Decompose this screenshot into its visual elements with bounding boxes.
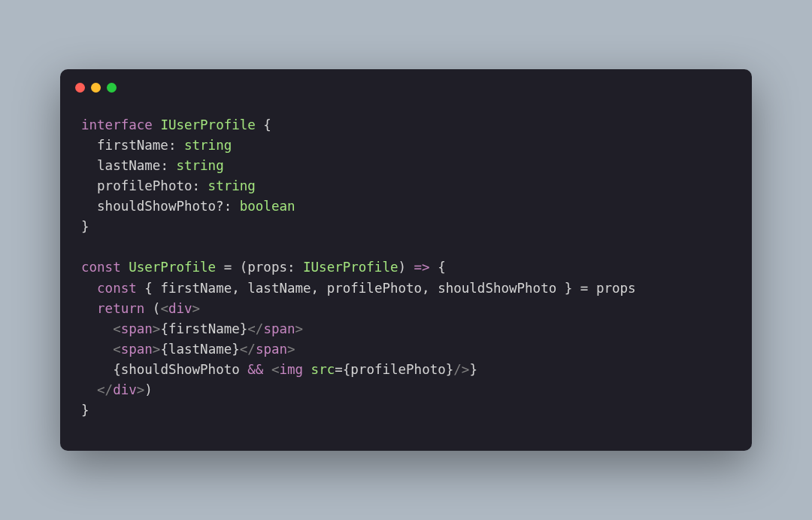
property: firstName: [97, 138, 168, 153]
identifier: props: [596, 281, 636, 296]
tag-close: >: [153, 321, 161, 336]
paren: (: [153, 301, 161, 316]
indent: [81, 178, 97, 193]
identifier: profilePhoto: [327, 281, 422, 296]
tag: span: [256, 342, 287, 357]
tag-open: </: [97, 382, 113, 397]
tag-open: <: [271, 362, 280, 377]
brace: }: [556, 281, 580, 296]
colon: :: [192, 178, 208, 193]
indent: [81, 321, 113, 336]
equals: =: [580, 281, 596, 296]
colon: :: [287, 260, 303, 275]
attribute: src: [311, 362, 335, 377]
property: lastName: [97, 158, 160, 173]
tag: span: [121, 342, 153, 357]
type: boolean: [240, 199, 295, 214]
paren: ): [144, 382, 153, 397]
code-editor[interactable]: interface IUserProfile { firstName: stri…: [60, 100, 752, 452]
expression: firstName: [168, 321, 240, 336]
tag-close: >: [295, 321, 304, 336]
const-name: UserProfile: [121, 260, 224, 275]
brace: {: [144, 281, 160, 296]
expression: profilePhoto: [350, 362, 445, 377]
tag-close: >: [287, 342, 295, 357]
jsx-brace: }: [469, 362, 477, 377]
indent: [81, 138, 97, 153]
tag-open: <: [113, 342, 121, 357]
param: props: [247, 260, 287, 275]
keyword: interface: [81, 117, 153, 132]
comma: ,: [422, 281, 438, 296]
colon: :: [224, 199, 240, 214]
brace: {: [430, 260, 446, 275]
comma: ,: [232, 281, 247, 296]
operator: &&: [247, 362, 263, 377]
brace: }: [81, 403, 89, 418]
identifier: firstName: [160, 281, 232, 296]
expression: shouldShowPhoto: [121, 362, 248, 377]
space: [303, 362, 311, 377]
brace: {: [256, 117, 271, 132]
indent: [81, 301, 97, 316]
slash: /: [453, 362, 462, 377]
tag: span: [263, 321, 295, 336]
type-name: IUserProfile: [160, 117, 255, 132]
property: shouldShowPhoto?: [97, 199, 224, 214]
indent: [81, 382, 97, 397]
tag-open: </: [247, 321, 263, 336]
space: [144, 301, 153, 316]
expression: lastName: [168, 342, 232, 357]
tag-close: >: [192, 301, 201, 316]
close-icon[interactable]: [75, 83, 85, 93]
equals: =: [224, 260, 240, 275]
brace: }: [81, 219, 89, 234]
comma: ,: [311, 281, 327, 296]
minimize-icon[interactable]: [91, 83, 101, 93]
tag-close: >: [137, 382, 145, 397]
jsx-brace: {: [343, 362, 351, 377]
tag-open: <: [160, 301, 168, 316]
equals: =: [335, 362, 343, 377]
space: [137, 281, 145, 296]
jsx-brace: }: [446, 362, 454, 377]
tag: div: [113, 382, 137, 397]
keyword: const: [81, 260, 121, 275]
maximize-icon[interactable]: [107, 83, 117, 93]
indent: [81, 199, 97, 214]
type: string: [208, 178, 256, 193]
tag: span: [121, 321, 153, 336]
indent: [81, 362, 113, 377]
space: [263, 362, 271, 377]
indent: [81, 158, 97, 173]
code-window: interface IUserProfile { firstName: stri…: [60, 69, 752, 452]
identifier: shouldShowPhoto: [438, 281, 556, 296]
tag: div: [168, 301, 192, 316]
indent: [81, 281, 97, 296]
tag-open: </: [240, 342, 256, 357]
type: string: [176, 158, 223, 173]
tag: img: [279, 362, 303, 377]
identifier: lastName: [247, 281, 311, 296]
paren: (: [240, 260, 248, 275]
type: IUserProfile: [303, 260, 398, 275]
jsx-brace: }: [232, 342, 240, 357]
paren: ): [398, 260, 414, 275]
colon: :: [168, 138, 184, 153]
keyword: const: [97, 281, 137, 296]
keyword: return: [97, 301, 144, 316]
tag-open: <: [113, 321, 121, 336]
jsx-brace: }: [240, 321, 248, 336]
jsx-brace: {: [160, 321, 168, 336]
jsx-brace: {: [113, 362, 121, 377]
arrow: =>: [414, 260, 430, 275]
jsx-brace: {: [160, 342, 168, 357]
window-titlebar: [60, 69, 752, 100]
tag-close: >: [153, 342, 161, 357]
colon: :: [160, 158, 176, 173]
property: profilePhoto: [97, 178, 192, 193]
tag-close: >: [462, 362, 470, 377]
indent: [81, 342, 113, 357]
type: string: [184, 138, 232, 153]
